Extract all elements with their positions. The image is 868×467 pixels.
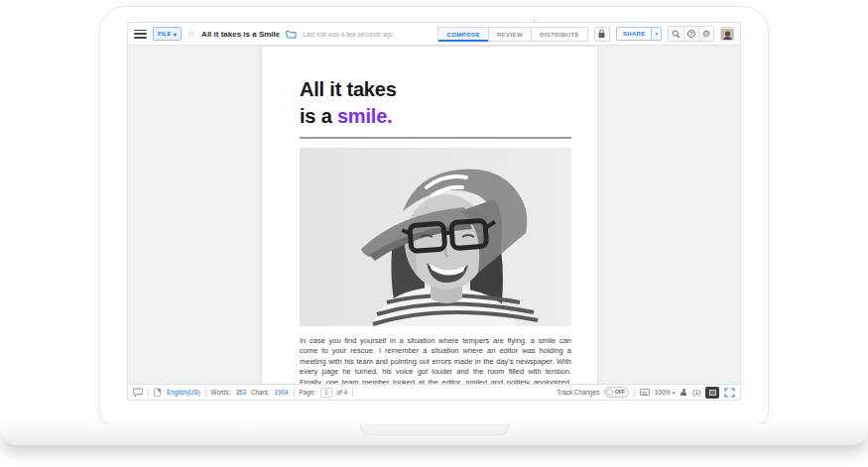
chars-count[interactable]: 1904	[275, 389, 289, 396]
page-total: of 4	[337, 389, 348, 396]
heading-line-1: All it takes	[300, 76, 571, 103]
girl-smile-photo	[300, 148, 571, 326]
zoom-level[interactable]: 100%	[655, 389, 671, 396]
words-label: Words:	[211, 389, 231, 396]
avatar-photo	[721, 29, 734, 41]
comment-bubble-icon[interactable]	[133, 388, 143, 397]
divider	[294, 388, 295, 398]
top-toolbar: FILE ▾ ☆ All it takes is a Smile Last ed…	[128, 23, 740, 46]
collaborators-icon[interactable]	[680, 389, 687, 397]
collaborators-count[interactable]: (1)	[692, 389, 700, 396]
status-bar-right: Track Changes OFF 100% ▾ (1)	[558, 387, 735, 399]
fit-width-icon[interactable]	[640, 389, 650, 396]
words-count[interactable]: 353	[235, 389, 246, 396]
document-heading: All it takes is a smile.	[300, 76, 571, 130]
lock-icon	[597, 29, 606, 39]
page-label: Page:	[300, 389, 315, 396]
page-view-button[interactable]	[705, 387, 719, 399]
lock-document-button[interactable]	[594, 27, 610, 42]
divider	[205, 388, 206, 398]
mode-tabs: COMPOSE REVIEW DISTRIBUTE	[438, 27, 588, 42]
file-menu-label: FILE	[158, 31, 172, 37]
laptop-base-notch	[360, 424, 509, 435]
hamburger-menu-icon[interactable]	[134, 30, 147, 39]
help-icon: ?	[687, 30, 695, 38]
file-menu-button[interactable]: FILE ▾	[153, 27, 182, 41]
gear-icon: ⚙	[702, 30, 710, 39]
document-page[interactable]: All it takes is a smile.	[262, 47, 597, 384]
toggle-knob	[606, 389, 613, 396]
editor-canvas[interactable]: All it takes is a smile.	[128, 46, 740, 384]
language-icon	[154, 388, 162, 397]
chevron-down-icon: ▾	[673, 390, 676, 396]
language-selector[interactable]: English(US)	[167, 389, 200, 396]
share-button-label[interactable]: SHARE	[617, 28, 652, 40]
user-avatar[interactable]	[720, 27, 734, 41]
page-number-input[interactable]: 1	[320, 388, 332, 398]
document-title[interactable]: All it takes is a Smile	[201, 30, 280, 39]
track-changes-toggle[interactable]: OFF	[604, 387, 629, 398]
status-bar: English(US) Words: 353 Chars: 1904 Page:…	[128, 384, 740, 400]
heading-divider-line	[300, 137, 571, 139]
page-view-icon	[709, 390, 716, 396]
laptop-mockup: FILE ▾ ☆ All it takes is a Smile Last ed…	[0, 0, 868, 467]
chars-label: Chars:	[251, 389, 270, 396]
share-button[interactable]: SHARE ▾	[616, 27, 662, 41]
zoom-control[interactable]: 100% ▾	[655, 389, 676, 396]
track-changes-label: Track Changes	[558, 389, 599, 396]
search-icon	[672, 30, 681, 39]
tab-compose[interactable]: COMPOSE	[437, 27, 488, 42]
divider	[634, 388, 635, 398]
track-changes-state: OFF	[615, 390, 625, 395]
search-button[interactable]	[669, 27, 683, 41]
share-dropdown-caret[interactable]: ▾	[651, 28, 661, 40]
toolbar-icon-group: ? ⚙	[668, 26, 714, 42]
heading-line-2: is a smile.	[300, 103, 571, 130]
writer-app-window: FILE ▾ ☆ All it takes is a Smile Last ed…	[127, 22, 741, 401]
document-paragraph[interactable]: In case you find yourself in a situation…	[300, 336, 571, 384]
last-edit-status: Last edit was a few seconds ago	[303, 31, 393, 38]
fullscreen-icon[interactable]	[724, 388, 735, 398]
chevron-down-icon: ▾	[174, 31, 177, 38]
laptop-base	[0, 424, 868, 447]
help-button[interactable]: ?	[683, 27, 698, 41]
divider	[148, 388, 149, 398]
folder-icon[interactable]	[286, 30, 297, 39]
tab-review[interactable]: REVIEW	[488, 27, 532, 42]
settings-button[interactable]: ⚙	[698, 27, 713, 41]
heading-accent-word: smile.	[337, 105, 393, 127]
tab-distribute[interactable]: DISTRIBUTE	[531, 27, 588, 42]
divider	[352, 388, 353, 398]
favorite-star-icon[interactable]: ☆	[187, 30, 195, 39]
